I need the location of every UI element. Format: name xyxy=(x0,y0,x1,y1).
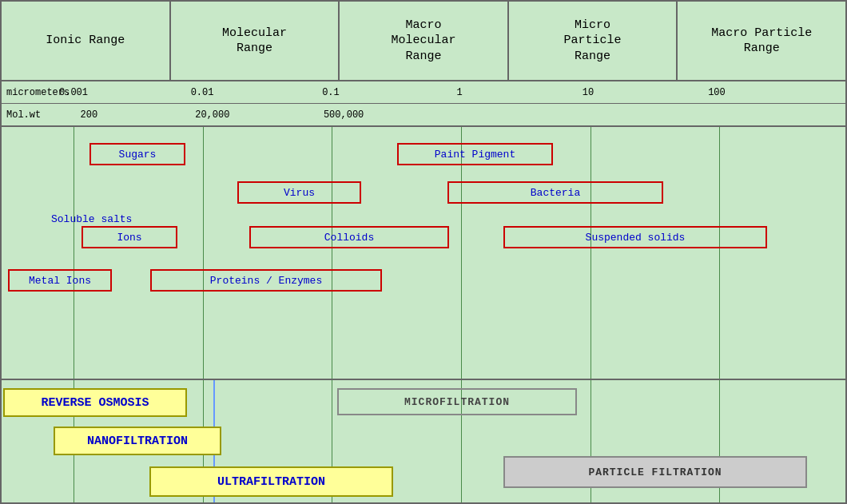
proteins-enzymes-box: Proteins / Enzymes xyxy=(150,269,382,292)
tick-10: 10 xyxy=(583,87,594,98)
micrometers-track: 0.001 0.01 0.1 1 10 100 xyxy=(74,81,845,103)
header-molecular: MolecularRange xyxy=(171,2,340,80)
molwt-500000: 500,000 xyxy=(324,109,364,121)
ions-box: Ions xyxy=(82,226,177,248)
soluble-salts-text: Soluble salts xyxy=(51,213,132,225)
header-micro-particle: MicroParticleRange xyxy=(509,2,678,80)
paint-pigment-box: Paint Pigment xyxy=(397,143,553,165)
gridline-001 xyxy=(203,127,204,379)
tick-0001: 0.001 xyxy=(59,87,88,98)
ultrafiltration-box: ULTRAFILTRATION xyxy=(149,466,393,497)
molwt-row: Mol.wt 200 20,000 500,000 xyxy=(2,104,845,126)
microfiltration-box: MICROFILTRATION xyxy=(337,388,577,415)
tick-1: 1 xyxy=(456,87,462,98)
tick-001: 0.01 xyxy=(191,87,214,98)
molwt-200: 200 xyxy=(81,109,98,121)
filtration-section: REVERSE OSMOSIS MICROFILTRATION NANOFILT… xyxy=(2,379,845,502)
header-ionic: Ionic Range xyxy=(2,2,171,80)
suspended-solids-box: Suspended solids xyxy=(503,226,767,248)
tick-01: 0.1 xyxy=(322,87,340,98)
header-macro-molecular: MacroMolecularRange xyxy=(340,2,509,80)
nanofiltration-box: NANOFILTRATION xyxy=(54,427,221,455)
scale-section: micrometers 0.001 0.01 0.1 1 10 100 Mol.… xyxy=(2,81,845,127)
bacteria-box: Bacteria xyxy=(447,181,663,204)
metal-ions-box: Metal Ions xyxy=(8,269,112,292)
chart-container: Ionic Range MolecularRange MacroMolecula… xyxy=(0,0,847,504)
molwt-track: 200 20,000 500,000 xyxy=(74,104,845,125)
header-row: Ionic Range MolecularRange MacroMolecula… xyxy=(2,2,845,81)
molwt-label: Mol.wt xyxy=(2,109,74,121)
gridline-01 xyxy=(332,127,332,379)
header-macro-particle: Macro ParticleRange xyxy=(678,2,845,80)
gridline-0001 xyxy=(74,127,74,379)
sugars-box: Sugars xyxy=(89,143,185,165)
gridline-10 xyxy=(591,127,591,379)
micrometers-row: micrometers 0.001 0.01 0.1 1 10 100 xyxy=(2,81,845,104)
main-content: Sugars Paint Pigment Virus Bacteria Solu… xyxy=(2,127,845,379)
molwt-20000: 20,000 xyxy=(195,109,229,121)
particle-filtration-box: PARTICLE FILTRATION xyxy=(503,456,807,488)
gridline-100 xyxy=(719,127,720,379)
reverse-osmosis-box: REVERSE OSMOSIS xyxy=(3,388,187,417)
tick-100: 100 xyxy=(708,87,726,98)
colloids-box: Colloids xyxy=(249,226,449,248)
virus-box: Virus xyxy=(237,181,361,204)
